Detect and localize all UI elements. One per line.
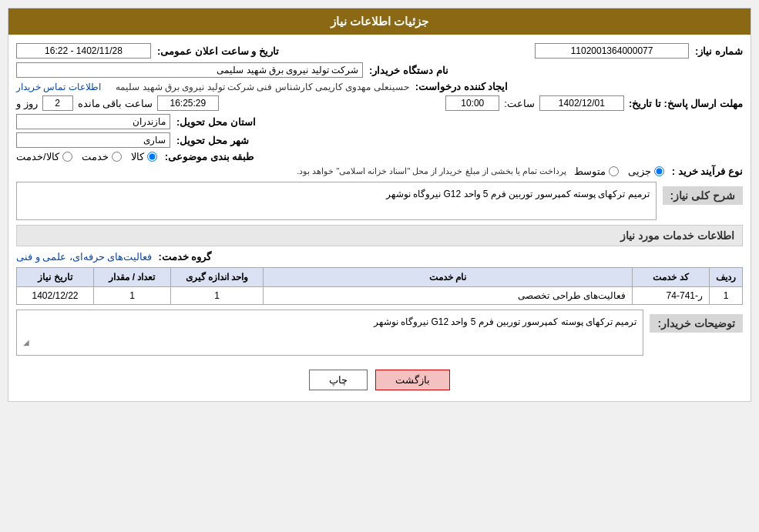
purchase-type-note: پرداخت تمام یا بخشی از مبلغ خریدار از مح… [16,166,566,176]
purchase-type-jozii[interactable]: جزیی [628,166,664,177]
category-radio-khedmat[interactable] [112,152,122,162]
cell-service-code: ر-741-74 [633,287,710,305]
buyer-desc-section-label: توضیحات خریدار: [657,317,735,330]
category-label-kala: کالا [131,151,144,162]
province-label: استان محل تحویل: [176,116,256,128]
col-header-row-num: ردیف [710,268,743,287]
buyer-desc-icon: ◢ [23,338,29,346]
service-group-value[interactable]: فعالیت‌های حرفه‌ای، علمی و فنی [16,251,152,263]
darkhast-org-input[interactable] [16,62,363,78]
category-radio-group: کالا/خدمت خدمت کالا [16,151,157,162]
purchase-type-radio-motavasset[interactable] [609,166,619,176]
purchase-type-label: نوع فرآیند خرید : [672,166,743,177]
remaining-days-input [42,95,73,111]
page-wrapper: جزئیات اطلاعات نیاز شماره نیاز: تاریخ و … [0,0,759,532]
col-header-quantity: تعداد / مقدار [94,268,171,287]
category-option-kala-khedmat[interactable]: کالا/خدمت [16,151,72,162]
cell-service-name: فعالیت‌های طراحی تخصصی [264,287,633,305]
main-container: جزئیات اطلاعات نیاز شماره نیاز: تاریخ و … [8,8,751,402]
button-row: بازگشت چاپ [16,360,743,396]
col-header-unit: واحد اندازه گیری [171,268,264,287]
services-section-label: اطلاعات خدمات مورد نیاز [620,229,734,242]
announce-date-label: تاریخ و ساعت اعلان عمومی: [157,45,279,57]
col-header-service-code: کد خدمت [633,268,710,287]
cell-date: 1402/12/22 [17,287,94,305]
header-title: جزئیات اطلاعات نیاز [331,15,428,28]
purchase-type-motavasset[interactable]: متوسط [574,166,619,177]
remaining-time-label: ساعت باقی مانده [78,98,153,109]
col-header-service-name: نام خدمت [264,268,633,287]
category-label-kala-khedmat: کالا/خدمت [16,151,59,162]
description-textarea[interactable] [16,182,657,220]
category-radio-kala[interactable] [147,152,157,162]
send-time-input[interactable] [445,95,499,111]
service-group-label: گروه خدمت: [158,251,211,263]
col-header-date: تاریخ نیاز [17,268,94,287]
page-header: جزئیات اطلاعات نیاز [8,8,751,35]
neyaz-number-label: شماره نیاز: [695,45,743,57]
creator-label: ایجاد کننده درخواست: [415,81,509,92]
announce-date-input[interactable] [16,43,151,59]
purchase-type-radio-jozii[interactable] [654,166,664,176]
cell-unit: 1 [171,287,264,305]
darkhast-org-label: نام دستگاه خریدار: [369,65,448,76]
send-deadline-label: مهلت ارسال پاسخ: تا تاریخ: [629,98,743,109]
category-label-khedmat: خدمت [82,151,109,162]
cell-row-num: 1 [710,287,743,305]
remaining-days-label: روز و [16,98,38,109]
contact-link[interactable]: اطلاعات تماس خریدار [16,82,101,92]
purchase-type-label-jozii: جزیی [628,166,651,177]
send-time-label: ساعت: [504,98,535,109]
back-button[interactable]: بازگشت [375,370,450,390]
print-button[interactable]: چاپ [309,370,368,390]
province-input[interactable] [16,114,170,129]
cell-quantity: 1 [94,287,171,305]
category-option-kala[interactable]: کالا [131,151,157,162]
purchase-type-radio-group: متوسط جزیی [574,166,664,177]
purchase-type-label-motavasset: متوسط [574,166,606,177]
city-label: شهر محل تحویل: [176,135,249,146]
services-table: ردیف کد خدمت نام خدمت واحد اندازه گیری ت… [16,267,743,305]
city-input[interactable] [16,132,170,148]
services-section-header: اطلاعات خدمات مورد نیاز [16,225,743,246]
category-radio-kala-khedmat[interactable] [62,152,72,162]
remaining-time-input [157,95,219,111]
creator-value: حسینعلی مهدوی کاریمی کارشناس فنی شرکت تو… [116,82,408,92]
category-option-khedmat[interactable]: خدمت [82,151,122,162]
page-inner: شماره نیاز: تاریخ و ساعت اعلان عمومی: نا… [8,35,751,401]
send-date-input[interactable] [539,95,624,111]
description-section-label: شرح کلی نیاز: [670,189,735,202]
table-row: 1 ر-741-74 فعالیت‌های طراحی تخصصی 1 1 14… [17,287,743,305]
buyer-desc-value: ترمیم ترکهای پوسته کمپرسور توربین فرم 5 … [374,316,637,327]
category-label: طبقه بندی موضوعی: [165,151,254,162]
buyer-desc-box: ترمیم ترکهای پوسته کمپرسور توربین فرم 5 … [16,309,643,356]
neyaz-number-input[interactable] [535,43,689,59]
